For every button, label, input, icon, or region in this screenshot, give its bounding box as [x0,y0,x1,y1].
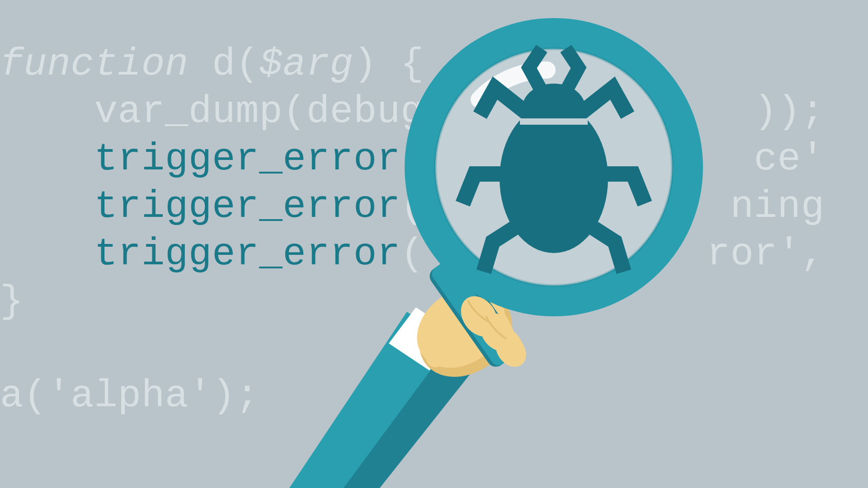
code-trigger-error-1: trigger_error [94,137,400,181]
code-call: a('alpha'); [0,374,259,418]
code-text: ) { [354,42,424,86]
code-trigger-error-2: trigger_error [94,184,400,229]
code-keyword-function: function [0,42,189,86]
code-trigger-error-3: trigger_error [94,232,400,276]
code-indent [0,184,94,229]
code-text: d( [189,42,259,86]
code-line-2: var_dump(debug_ )); [0,89,825,134]
code-text: ( ning [401,184,825,229]
code-brace-close: } [0,279,24,324]
code-text: ( ce' [401,137,825,181]
code-text: (' ror', [401,232,825,276]
code-param: $arg [259,42,353,86]
code-indent [0,232,94,276]
code-indent [0,137,94,181]
code-background: function d($arg) { var_dump(debug_ )); t… [0,0,868,488]
